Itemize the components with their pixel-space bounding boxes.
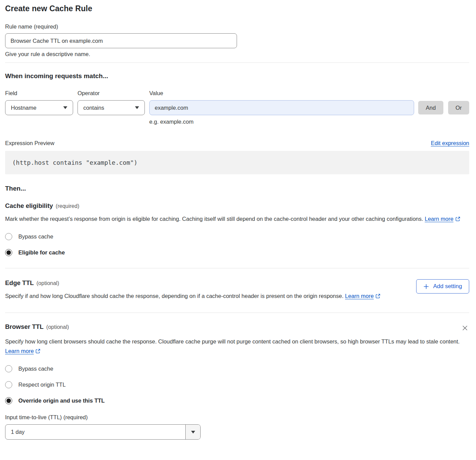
plus-icon	[423, 284, 429, 289]
radio-respect-origin-ttl[interactable]: Respect origin TTL	[5, 381, 66, 388]
external-link-icon	[375, 292, 380, 301]
optional-tag: (optional)	[46, 324, 69, 330]
browser-ttl-description: Specify how long client browsers should …	[5, 337, 462, 356]
radio-label: Override origin and use this TTL	[18, 397, 105, 404]
radio-bypass-cache[interactable]: Bypass cache	[5, 233, 53, 240]
ttl-select-caret[interactable]	[185, 425, 200, 439]
learn-more-link[interactable]: Learn more	[425, 216, 453, 222]
optional-tag: (optional)	[36, 280, 59, 286]
value-label: Value	[149, 90, 414, 96]
radio-label: Bypass cache	[18, 366, 53, 372]
external-link-icon	[35, 347, 40, 356]
edge-ttl-heading: Edge TTL	[5, 279, 34, 286]
add-setting-button[interactable]: Add setting	[416, 279, 469, 294]
operator-select[interactable]: contains	[78, 100, 145, 115]
description-text: Specify how long client browsers should …	[5, 338, 460, 344]
radio-icon	[5, 249, 12, 256]
chevron-down-icon	[135, 106, 139, 109]
value-column: Value e.g. example.com	[149, 90, 414, 125]
radio-eligible-for-cache[interactable]: Eligible for cache	[5, 249, 65, 256]
operator-label: Operator	[78, 90, 145, 96]
external-link-icon	[455, 215, 460, 224]
divider	[5, 63, 469, 63]
edge-ttl-section: Edge TTL(optional) Specify if and how lo…	[5, 279, 469, 301]
ttl-input-label: Input time-to-live (TTL) (required)	[5, 414, 469, 421]
then-heading: Then...	[5, 185, 469, 192]
browser-ttl-section: Browser TTL(optional) Specify how long c…	[5, 323, 469, 440]
operator-select-value: contains	[83, 105, 104, 111]
radio-label: Respect origin TTL	[18, 382, 66, 388]
field-select[interactable]: Hostname	[5, 100, 73, 115]
radio-icon	[5, 365, 12, 372]
radio-label: Bypass cache	[18, 233, 53, 240]
close-icon[interactable]	[461, 324, 469, 332]
divider	[5, 313, 469, 313]
expression-preview-code: (http.host contains "example.com")	[5, 151, 469, 174]
cache-eligibility-section: Cache eligibility(required) Mark whether…	[5, 202, 469, 256]
ttl-select[interactable]: 1 day	[5, 424, 201, 440]
edit-expression-link[interactable]: Edit expression	[431, 140, 469, 146]
rule-name-helper: Give your rule a descriptive name.	[5, 51, 469, 57]
learn-more-link[interactable]: Learn more	[345, 293, 374, 299]
browser-ttl-heading-wrap: Browser TTL(optional)	[5, 323, 69, 331]
match-condition-row: Field Hostname Operator contains Value e…	[5, 90, 469, 125]
cache-eligibility-description: Mark whether the request’s response from…	[5, 214, 462, 224]
chevron-down-icon	[191, 431, 195, 434]
edge-ttl-header: Edge TTL(optional) Specify if and how lo…	[5, 279, 469, 301]
match-section-heading: When incoming requests match...	[5, 72, 469, 80]
or-button[interactable]: Or	[448, 101, 469, 114]
create-cache-rule-form: Create new Cache Rule Rule name (require…	[0, 0, 476, 446]
field-label: Field	[5, 90, 73, 96]
ttl-select-value: 1 day	[5, 425, 185, 439]
radio-override-origin-ttl[interactable]: Override origin and use this TTL	[5, 397, 105, 404]
divider	[5, 268, 469, 268]
browser-ttl-header: Browser TTL(optional)	[5, 323, 469, 332]
field-select-value: Hostname	[11, 105, 36, 111]
radio-label: Eligible for cache	[18, 249, 65, 256]
required-tag: (required)	[56, 203, 79, 209]
expression-preview-label: Expression Preview	[5, 140, 54, 146]
edge-ttl-description: Specify if and how long Cloudflare shoul…	[5, 291, 380, 301]
expression-preview-header: Expression Preview Edit expression	[5, 140, 469, 146]
add-setting-label: Add setting	[433, 283, 462, 290]
learn-more-link[interactable]: Learn more	[5, 348, 34, 354]
description-text: Mark whether the request’s response from…	[5, 216, 423, 222]
rule-name-input[interactable]	[5, 33, 237, 48]
value-helper: e.g. example.com	[149, 119, 414, 125]
radio-icon	[5, 233, 12, 240]
operator-column: Operator contains	[78, 90, 145, 115]
field-column: Field Hostname	[5, 90, 73, 115]
cache-eligibility-heading: Cache eligibility	[5, 202, 53, 209]
and-button[interactable]: And	[418, 101, 443, 114]
radio-icon	[5, 397, 12, 404]
description-text: Specify if and how long Cloudflare shoul…	[5, 293, 343, 299]
browser-ttl-heading: Browser TTL	[5, 323, 44, 330]
page-title: Create new Cache Rule	[5, 4, 469, 13]
radio-bypass-cache-browser[interactable]: Bypass cache	[5, 365, 53, 372]
value-input[interactable]	[149, 100, 414, 115]
radio-icon	[5, 381, 12, 388]
chevron-down-icon	[63, 106, 67, 109]
rule-name-label: Rule name (required)	[5, 23, 469, 30]
edge-ttl-heading-wrap: Edge TTL(optional) Specify if and how lo…	[5, 279, 380, 301]
